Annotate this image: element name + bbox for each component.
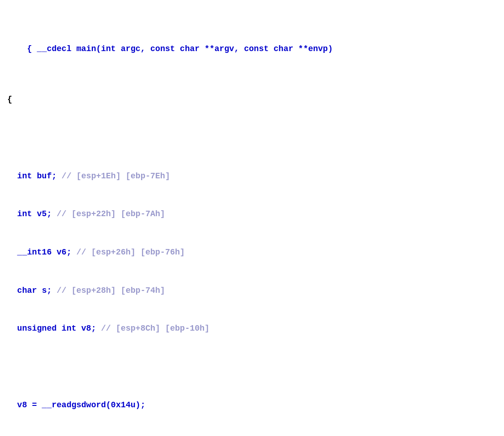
code-viewer: { __cdecl main(int argc, const char **ar…	[7, 5, 497, 436]
var-s: char s; // [esp+28h] [ebp-74h]	[7, 285, 497, 297]
brace-open: {	[7, 93, 497, 106]
blank-line-2	[7, 361, 497, 374]
keyword-int: {	[27, 44, 32, 53]
blank-line-1	[7, 132, 497, 145]
var-buf: int buf; // [esp+1Eh] [ebp-7Eh]	[7, 170, 497, 183]
v8-assign: v8 = __readgsdword(0x14u);	[7, 399, 497, 412]
var-v6: __int16 v6; // [esp+26h] [ebp-76h]	[7, 246, 497, 259]
var-v5: int v5; // [esp+22h] [ebp-7Ah]	[7, 208, 497, 221]
var-v8: unsigned int v8; // [esp+8Ch] [ebp-10h]	[7, 322, 497, 335]
function-signature: { __cdecl main(int argc, const char **ar…	[7, 30, 497, 68]
signature-rest: __cdecl main(int argc, const char **argv…	[32, 44, 333, 53]
